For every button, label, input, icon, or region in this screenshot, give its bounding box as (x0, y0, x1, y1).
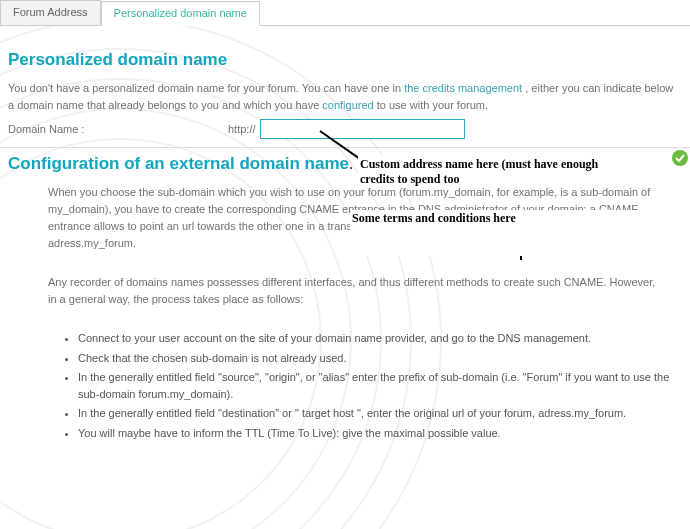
annotation-terms: Some terms and conditions here (350, 210, 670, 256)
section-title: Personalized domain name (8, 50, 682, 70)
intro-part-c: to use with your forum. (377, 99, 488, 111)
domain-name-label: Domain Name : (8, 123, 228, 135)
tab-forum-address[interactable]: Forum Address (0, 0, 101, 25)
config-steps-list: Connect to your user account on the site… (8, 330, 682, 441)
http-prefix: http:// (228, 123, 256, 135)
annotation-custom-address: Custom address name here (must have enou… (358, 156, 628, 188)
section-external-domain: Configuration of an external domain name… (0, 148, 690, 452)
list-item: Check that the chosen sub-domain is not … (78, 350, 672, 367)
credits-management-link[interactable]: the credits management (404, 82, 522, 94)
configured-link[interactable]: configured (322, 99, 373, 111)
list-item: In the generally entitled field "source"… (78, 369, 672, 402)
domain-name-input[interactable] (260, 119, 465, 139)
ok-check-icon (672, 150, 688, 166)
title-dot: . (349, 154, 353, 173)
list-item: Connect to your user account on the site… (78, 330, 672, 347)
tab-personalized-domain[interactable]: Personalized domain name (101, 1, 260, 26)
list-item: You will maybe have to inform the TTL (T… (78, 425, 672, 442)
list-item: In the generally entitled field "destina… (78, 405, 672, 422)
intro-text: You don't have a personalized domain nam… (8, 80, 682, 113)
tab-bar: Forum Address Personalized domain name (0, 0, 690, 26)
intro-part-a: You don't have a personalized domain nam… (8, 82, 404, 94)
domain-name-row: Domain Name : http:// (8, 119, 682, 139)
config-title: Configuration of an external domain name (8, 154, 349, 173)
section-personalized-domain: Personalized domain name You don't have … (0, 26, 690, 148)
config-paragraph-2: Any recorder of domains names possesses … (48, 274, 662, 308)
